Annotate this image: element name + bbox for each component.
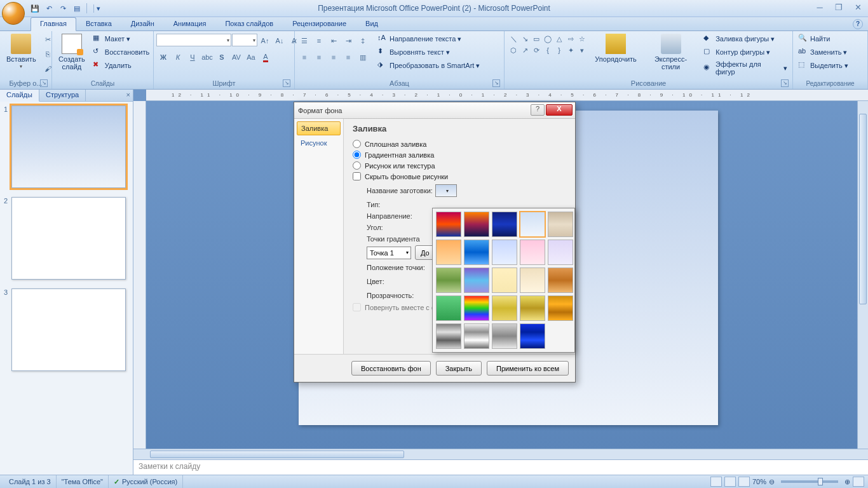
tab-design[interactable]: Дизайн (121, 17, 164, 30)
undo-icon[interactable]: ↶ (43, 3, 55, 14)
scroll-thumb-h[interactable] (150, 451, 404, 458)
shape-triangle-icon[interactable]: △ (554, 34, 564, 44)
shape-effects-button[interactable]: ◉Эффекты для фигур ▾ (701, 59, 790, 77)
shape-outline-button[interactable]: ▢Контур фигуры ▾ (701, 46, 790, 58)
align-left-icon[interactable]: ≡ (297, 50, 311, 64)
tab-view[interactable]: Вид (356, 17, 388, 30)
shape-fill-button[interactable]: ◆Заливка фигуры ▾ (701, 32, 790, 45)
status-slide[interactable]: Слайд 1 из 3 (4, 475, 57, 488)
pane-tab-slides[interactable]: Слайды (0, 90, 39, 102)
gradient-preset-8[interactable] (492, 240, 517, 265)
minimize-icon[interactable]: ─ (813, 3, 826, 13)
shape-more5-icon[interactable]: } (554, 45, 564, 55)
quick-styles-button[interactable]: Экспресс-стили (642, 32, 700, 72)
font-launcher-icon[interactable]: ↘ (283, 79, 290, 87)
paste-button[interactable]: Вставить ▾ (3, 32, 40, 72)
shape-arrow2-icon[interactable]: ⇨ (566, 34, 576, 44)
tab-review[interactable]: Рецензирование (283, 17, 356, 30)
pane-tab-outline[interactable]: Структура (39, 90, 86, 102)
gradient-preset-18[interactable] (492, 295, 517, 321)
view-normal-icon[interactable] (710, 477, 722, 487)
gradient-preset-16[interactable] (436, 295, 461, 321)
thumbnail-1[interactable]: 1 (4, 105, 129, 188)
align-center-icon[interactable]: ≡ (312, 50, 326, 64)
apply-all-button[interactable]: Применить ко всем (487, 361, 569, 376)
view-sorter-icon[interactable] (724, 477, 736, 487)
char-spacing-icon[interactable]: AV (229, 50, 243, 64)
layout-button[interactable]: ▦Макет ▾ (90, 32, 152, 45)
reset-button[interactable]: ↺Восстановить (90, 46, 152, 58)
stop-combo[interactable]: Точка 1 (367, 247, 411, 259)
scrollbar-horizontal[interactable] (133, 449, 868, 459)
gradient-preset-1[interactable] (436, 212, 461, 237)
font-name-combo[interactable] (156, 34, 231, 46)
zoom-knob[interactable] (818, 478, 823, 485)
shape-more2-icon[interactable]: ↗ (520, 45, 530, 55)
delete-button[interactable]: ✖Удалить (90, 59, 152, 72)
clipboard-launcher-icon[interactable]: ↘ (40, 79, 48, 87)
radio-solid-fill[interactable]: Сплошная заливка (353, 140, 566, 148)
font-color-icon[interactable]: A (259, 50, 273, 64)
indent-more-icon[interactable]: ⇥ (341, 34, 355, 48)
shape-line-icon[interactable]: ＼ (508, 34, 519, 44)
gradient-preset-23[interactable] (492, 323, 517, 349)
radio-picture-fill[interactable]: Рисунок или текстура (353, 161, 566, 170)
tab-animation[interactable]: Анимация (164, 17, 216, 30)
save-icon[interactable]: 💾 (29, 3, 41, 14)
notes-pane[interactable]: Заметки к слайду (133, 459, 868, 475)
tab-home[interactable]: Главная (31, 17, 76, 31)
text-direction-button[interactable]: ↕AНаправление текста ▾ (375, 32, 482, 45)
indent-less-icon[interactable]: ⇤ (327, 34, 341, 48)
shadow-icon[interactable]: S (215, 50, 229, 64)
gradient-preset-20[interactable] (548, 295, 573, 321)
gradient-preset-5[interactable] (548, 212, 573, 237)
thumbnail-2[interactable]: 2 (4, 197, 129, 280)
justify-icon[interactable]: ≡ (341, 50, 355, 64)
zoom-slider[interactable] (781, 480, 838, 483)
gradient-preset-6[interactable] (436, 240, 461, 265)
gradient-preset-12[interactable] (464, 268, 489, 293)
preset-dropdown[interactable] (435, 184, 457, 197)
strike-icon[interactable]: abc (200, 50, 214, 64)
dialog-title-bar[interactable]: Формат фона ? X (294, 102, 575, 119)
gradient-preset-21[interactable] (436, 323, 461, 349)
gradient-preset-15[interactable] (548, 268, 573, 293)
bold-icon[interactable]: Ж (156, 50, 170, 64)
gradient-preset-2[interactable] (464, 212, 489, 237)
underline-icon[interactable]: Ч (186, 50, 200, 64)
tab-insert[interactable]: Вставка (76, 17, 121, 30)
smartart-button[interactable]: ⬗Преобразовать в SmartArt ▾ (375, 59, 482, 72)
qat-dropdown-icon[interactable]: ▾ (93, 4, 100, 13)
radio-gradient-fill[interactable]: Градиентная заливка (353, 151, 566, 159)
pane-close-icon[interactable]: × (126, 91, 130, 98)
print-icon[interactable]: ▤ (71, 3, 83, 14)
grow-font-icon[interactable]: A↑ (258, 34, 272, 48)
zoom-out-icon[interactable]: ⊖ (769, 478, 775, 486)
fit-icon[interactable] (853, 477, 864, 487)
view-slideshow-icon[interactable] (738, 477, 750, 487)
gradient-preset-13[interactable] (492, 268, 517, 293)
bullets-icon[interactable]: ☰ (297, 34, 311, 48)
office-button[interactable] (2, 2, 25, 25)
shape-rect-icon[interactable]: ▭ (531, 34, 541, 44)
italic-icon[interactable]: К (171, 50, 185, 64)
thumb-preview[interactable] (11, 105, 126, 188)
shapes-gallery[interactable]: ＼ ↘ ▭ ◯ △ ⇨ ☆ ⬡ ↗ ⟳ { } ✦ ▾ (507, 32, 590, 57)
thumbnail-3[interactable]: 3 (4, 288, 129, 371)
shape-arrow-icon[interactable]: ↘ (520, 34, 530, 44)
status-theme[interactable]: "Тема Office" (57, 475, 109, 488)
shape-more4-icon[interactable]: { (543, 45, 553, 55)
gradient-preset-22[interactable] (464, 323, 489, 349)
shape-ellipse-icon[interactable]: ◯ (543, 34, 553, 44)
zoom-in-icon[interactable]: ⊕ (844, 478, 850, 486)
close-button[interactable]: Закрыть (436, 361, 482, 376)
dialog-close-icon[interactable]: X (546, 104, 573, 116)
restore-icon[interactable]: ❐ (832, 3, 845, 13)
dialog-side-fill[interactable]: Заливка (297, 121, 341, 135)
redo-icon[interactable]: ↷ (57, 3, 69, 14)
gradient-preset-19[interactable] (520, 295, 545, 321)
shrink-font-icon[interactable]: A↓ (273, 34, 287, 48)
drawing-launcher-icon[interactable]: ↘ (781, 79, 789, 87)
select-button[interactable]: ⬚Выделить ▾ (796, 59, 851, 72)
gradient-preset-9[interactable] (520, 240, 545, 265)
